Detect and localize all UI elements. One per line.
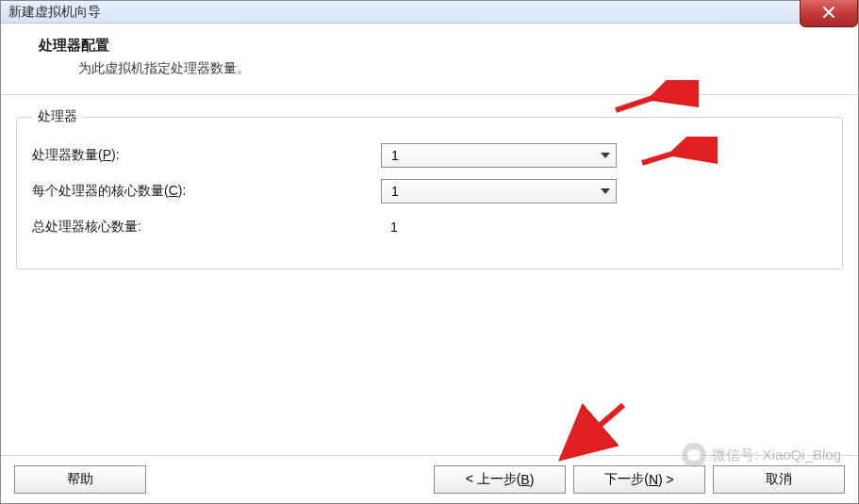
next-button[interactable]: 下一步(N) > <box>573 465 705 494</box>
wizard-header: 处理器配置 为此虚拟机指定处理器数量。 <box>1 24 858 95</box>
close-button[interactable] <box>800 0 858 27</box>
titlebar: 新建虚拟机向导 <box>1 1 858 24</box>
cores-per-processor-value: 1 <box>391 184 399 199</box>
page-title: 处理器配置 <box>39 37 839 55</box>
close-icon <box>822 6 835 19</box>
wizard-window: 新建虚拟机向导 处理器配置 为此虚拟机指定处理器数量。 处理器 处理器数量(P)… <box>0 0 859 504</box>
processor-count-label: 处理器数量(P): <box>32 147 381 164</box>
row-processor-count: 处理器数量(P): 1 <box>32 142 827 169</box>
total-cores-value: 1 <box>381 219 398 235</box>
row-cores-per-processor: 每个处理器的核心数量(C): 1 <box>32 178 827 204</box>
row-total-cores: 总处理器核心数量: 1 <box>32 214 827 240</box>
cancel-button[interactable]: 取消 <box>713 465 845 494</box>
processor-count-combo[interactable]: 1 <box>381 143 617 168</box>
chevron-down-icon <box>601 153 610 158</box>
wizard-footer: 帮助 < 上一步(B) 下一步(N) > 取消 <box>1 455 858 503</box>
window-title: 新建虚拟机向导 <box>8 4 101 21</box>
content-area: 处理器 处理器数量(P): 1 每个处理器的核心数量(C): 1 <box>1 95 858 455</box>
total-cores-label: 总处理器核心数量: <box>32 219 381 236</box>
page-subtitle: 为此虚拟机指定处理器数量。 <box>39 60 839 77</box>
processor-count-value: 1 <box>391 148 399 163</box>
back-button[interactable]: < 上一步(B) <box>434 465 566 494</box>
chevron-down-icon <box>601 188 610 194</box>
help-button[interactable]: 帮助 <box>14 465 146 494</box>
cores-per-processor-label: 每个处理器的核心数量(C): <box>32 183 381 200</box>
processors-group: 处理器 处理器数量(P): 1 每个处理器的核心数量(C): 1 <box>16 108 843 269</box>
cores-per-processor-combo[interactable]: 1 <box>381 179 617 203</box>
group-legend: 处理器 <box>32 108 83 125</box>
